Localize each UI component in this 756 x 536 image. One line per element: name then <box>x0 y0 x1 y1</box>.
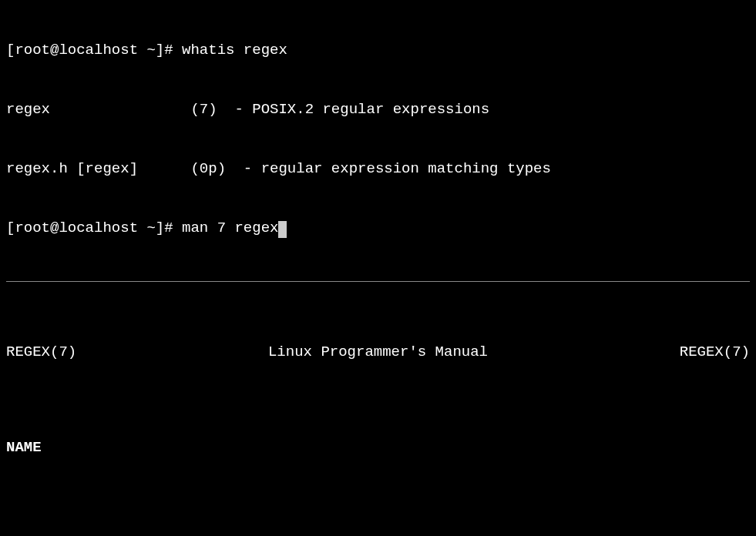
prompt-line-1: [root@localhost ~]# whatis regex <box>6 41 750 61</box>
man-header: REGEX(7) Linux Programmer's Manual REGEX… <box>6 341 750 363</box>
cursor <box>278 221 287 238</box>
prompt: [root@localhost ~]# <box>6 219 182 236</box>
separator-line <box>6 281 750 282</box>
command: whatis regex <box>182 42 287 59</box>
prompt: [root@localhost ~]# <box>6 42 182 59</box>
name-body: regex - POSIX.2 regular expressions <box>6 497 750 536</box>
man-header-left: REGEX(7) <box>6 343 76 363</box>
man-header-center: Linux Programmer's Manual <box>268 343 488 363</box>
terminal-output[interactable]: [root@localhost ~]# whatis regex regex (… <box>6 2 750 536</box>
command: man 7 regex <box>182 219 278 236</box>
man-header-right: REGEX(7) <box>680 343 750 363</box>
whatis-result-2: regex.h [regex] (0p) - regular expressio… <box>6 159 750 179</box>
section-name: NAME <box>6 438 750 458</box>
prompt-line-2: [root@localhost ~]# man 7 regex <box>6 219 750 239</box>
whatis-result-1: regex (7) - POSIX.2 regular expressions <box>6 100 750 120</box>
